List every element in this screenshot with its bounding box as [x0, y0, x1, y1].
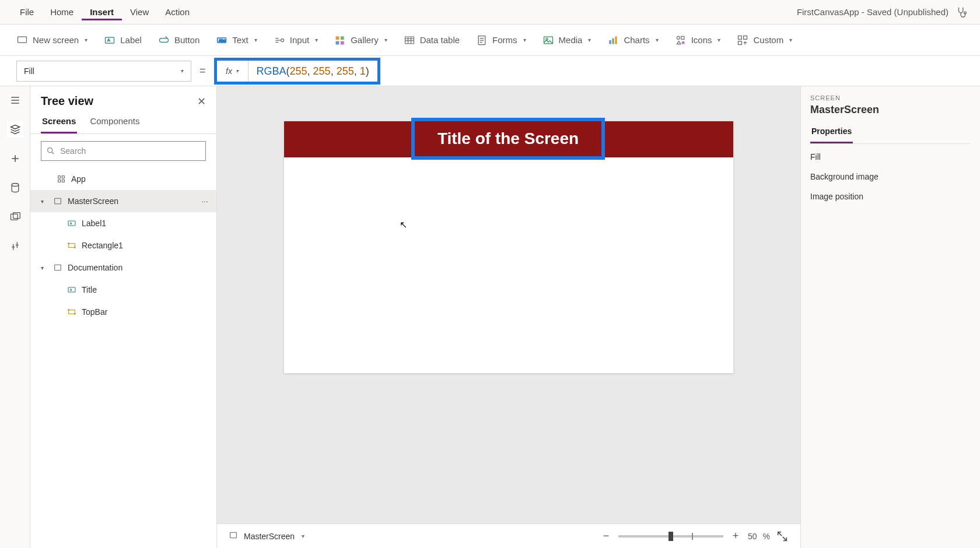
charts-icon: [607, 34, 619, 46]
equals-label: =: [197, 65, 208, 77]
selection-name[interactable]: MasterScreen: [810, 104, 971, 116]
app-grid-icon: [56, 174, 66, 184]
insert-button-button[interactable]: Button: [158, 34, 200, 46]
more-options-icon[interactable]: ···: [201, 196, 208, 206]
menu-file[interactable]: File: [12, 3, 42, 20]
zoom-in-button[interactable]: +: [729, 530, 742, 542]
insert-custom-button[interactable]: Custom▾: [737, 34, 792, 46]
left-rail: [0, 86, 30, 548]
svg-rect-25: [10, 214, 18, 220]
fullscreen-icon[interactable]: [776, 530, 789, 543]
insert-media-button[interactable]: Media▾: [542, 34, 592, 46]
svg-rect-15: [610, 40, 611, 44]
formula-input[interactable]: RGBA(255, 255, 255, 1): [249, 65, 377, 78]
rail-media-icon[interactable]: [7, 209, 23, 225]
title-label-selected[interactable]: Title of the Screen: [411, 118, 605, 160]
tab-screens[interactable]: Screens: [41, 113, 77, 134]
svg-rect-32: [55, 198, 61, 203]
menu-view[interactable]: View: [122, 3, 157, 20]
insert-icons-button[interactable]: Icons▾: [675, 34, 721, 46]
rail-treeview-icon[interactable]: [7, 121, 23, 138]
rail-insert-icon[interactable]: [7, 150, 23, 167]
chevron-down-icon: ▾: [718, 37, 720, 43]
title-text: Title of the Screen: [438, 129, 579, 148]
chevron-down-icon: ▾: [181, 68, 184, 74]
formula-box-highlight: fx ▾ RGBA(255, 255, 255, 1): [214, 58, 380, 85]
tree-item-title[interactable]: Title: [30, 279, 216, 301]
svg-rect-42: [230, 532, 237, 538]
footer-screen-label[interactable]: MasterScreen: [244, 532, 295, 541]
tree-item-masterscreen[interactable]: ▾ MasterScreen ···: [30, 190, 216, 212]
chevron-down-icon: ▾: [236, 68, 239, 74]
svg-rect-31: [62, 180, 64, 182]
insert-gallery-button[interactable]: Gallery▾: [334, 34, 387, 46]
svg-rect-7: [336, 36, 340, 40]
menu-action[interactable]: Action: [157, 3, 198, 20]
insert-text-button[interactable]: Abc Text▾: [216, 34, 257, 46]
svg-rect-21: [738, 36, 742, 39]
rail-tools-icon[interactable]: [7, 238, 23, 254]
insert-label-button[interactable]: Label: [104, 34, 142, 46]
chevron-down-icon: ▾: [315, 37, 318, 43]
svg-point-0: [964, 12, 967, 14]
tree-app-node[interactable]: App: [30, 168, 216, 190]
menu-insert[interactable]: Insert: [82, 3, 122, 20]
tab-properties[interactable]: Properties: [810, 123, 853, 143]
svg-point-27: [48, 148, 52, 153]
input-icon: [274, 34, 285, 46]
chevron-down-icon: ▾: [789, 37, 792, 43]
app-checker-icon[interactable]: [956, 6, 968, 19]
property-selector[interactable]: Fill ▾: [16, 61, 191, 82]
app-screen-preview[interactable]: Title of the Screen ↖: [284, 121, 733, 373]
tree-item-documentation[interactable]: ▾ Documentation: [30, 257, 216, 279]
menu-home[interactable]: Home: [42, 3, 82, 20]
svg-point-24: [12, 184, 19, 187]
svg-rect-33: [68, 221, 75, 226]
svg-rect-28: [58, 176, 61, 178]
close-icon[interactable]: ✕: [197, 95, 206, 108]
screen-icon: [52, 262, 63, 273]
new-screen-button[interactable]: New screen▾: [16, 34, 88, 46]
datatable-icon: [404, 34, 415, 46]
insert-charts-button[interactable]: Charts▾: [607, 34, 658, 46]
svg-rect-17: [615, 36, 617, 44]
property-row-background[interactable]: Background image: [810, 172, 971, 181]
zoom-unit: %: [763, 532, 770, 541]
svg-rect-19: [681, 36, 684, 39]
svg-rect-9: [336, 41, 340, 44]
svg-rect-30: [58, 180, 61, 182]
formula-bar: Fill ▾ = fx ▾ RGBA(255, 255, 255, 1): [0, 56, 980, 86]
svg-rect-29: [62, 176, 64, 178]
tree-item-topbar[interactable]: TopBar: [30, 301, 216, 323]
chevron-down-icon[interactable]: ▾: [41, 198, 48, 205]
insert-datatable-button[interactable]: Data table: [404, 34, 460, 46]
fx-button[interactable]: fx ▾: [217, 61, 249, 82]
tree-item-rectangle1[interactable]: Rectangle1: [30, 234, 216, 257]
search-input[interactable]: Search: [41, 141, 206, 161]
svg-rect-39: [69, 310, 75, 314]
custom-icon: [737, 34, 748, 46]
chevron-down-icon: ▾: [254, 37, 257, 43]
canvas-footer: MasterScreen ▾ − + 50 %: [217, 524, 800, 548]
chevron-down-icon[interactable]: ▾: [41, 265, 48, 271]
rail-data-icon[interactable]: [7, 180, 23, 196]
menu-bar: File Home Insert View Action FirstCanvas…: [0, 0, 980, 24]
insert-forms-button[interactable]: Forms▾: [476, 34, 526, 46]
tree-item-label1[interactable]: Label1: [30, 212, 216, 234]
label-icon: [66, 218, 77, 229]
screen-plus-icon: [16, 34, 28, 46]
property-row-image-position[interactable]: Image position: [810, 192, 971, 201]
insert-input-button[interactable]: Input▾: [274, 34, 318, 46]
property-row-fill[interactable]: Fill: [810, 152, 971, 161]
rectangle-icon: [66, 240, 77, 251]
tab-components[interactable]: Components: [89, 113, 141, 134]
svg-point-18: [677, 36, 680, 39]
svg-rect-10: [341, 41, 344, 44]
button-icon: [158, 34, 170, 46]
chevron-down-icon[interactable]: ▾: [302, 533, 304, 539]
zoom-slider[interactable]: [618, 535, 723, 538]
cursor-icon: ↖: [400, 219, 407, 230]
svg-point-41: [74, 313, 75, 314]
zoom-out-button[interactable]: −: [600, 530, 612, 542]
rail-hamburger-icon[interactable]: [7, 92, 23, 108]
